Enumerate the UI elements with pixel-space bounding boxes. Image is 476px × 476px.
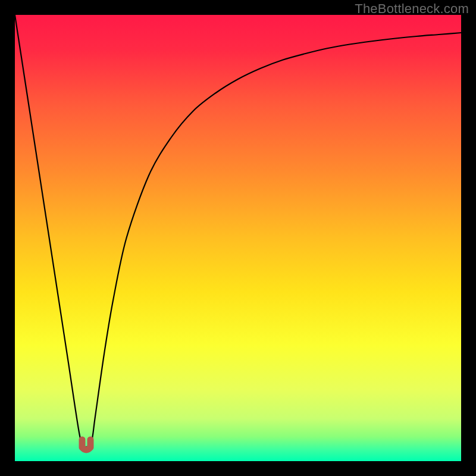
outer-border: TheBottleneck.com: [0, 0, 476, 476]
gradient-background: [15, 15, 461, 461]
plot-area: [15, 15, 461, 461]
bottleneck-chart: [15, 15, 461, 461]
